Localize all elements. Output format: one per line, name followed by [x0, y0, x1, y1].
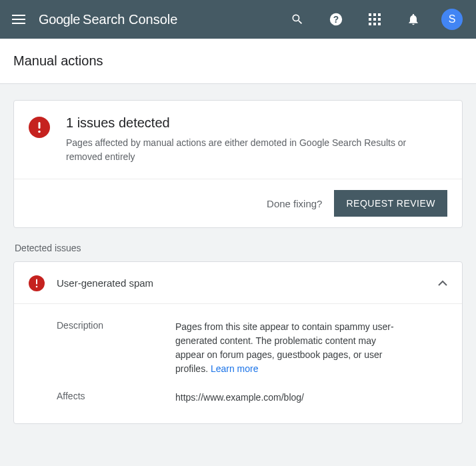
hamburger-menu-icon[interactable] [11, 11, 27, 27]
page-title: Manual actions [0, 39, 476, 84]
description-label: Description [57, 320, 175, 376]
svg-rect-9 [373, 23, 376, 25]
affects-value: https://www.example.com/blog/ [175, 391, 304, 405]
issue-body: Description Pages from this site appear … [14, 304, 462, 423]
logo-product-text: Search Console [83, 12, 177, 27]
learn-more-link[interactable]: Learn more [211, 363, 259, 374]
svg-rect-7 [378, 18, 381, 21]
done-fixing-label: Done fixing? [267, 198, 322, 209]
alert-icon [29, 275, 45, 291]
app-header: Google Search Console ? S [0, 0, 476, 39]
avatar-initial: S [441, 9, 463, 30]
svg-point-12 [38, 131, 41, 133]
svg-text:?: ? [333, 15, 339, 25]
summary-description: Pages affected by manual actions are eit… [66, 136, 426, 164]
issue-title: User-generated spam [57, 277, 153, 289]
notifications-icon[interactable] [400, 6, 427, 33]
issue-header-row[interactable]: User-generated spam [14, 262, 462, 304]
detected-issues-label: Detected issues [15, 243, 463, 253]
request-review-button[interactable]: REQUEST REVIEW [334, 190, 447, 217]
svg-rect-8 [369, 23, 371, 25]
issue-affects-row: Affects https://www.example.com/blog/ [57, 391, 447, 405]
apps-grid-icon[interactable] [361, 6, 388, 33]
issue-card: User-generated spam Description Pages fr… [13, 261, 463, 424]
svg-rect-6 [373, 18, 376, 21]
svg-rect-10 [378, 23, 381, 25]
account-avatar[interactable]: S [439, 6, 465, 33]
summary-top: 1 issues detected Pages affected by manu… [14, 101, 462, 179]
alert-icon [29, 117, 50, 138]
svg-rect-5 [369, 18, 371, 21]
logo-google-text: Google [39, 12, 80, 27]
svg-rect-3 [373, 13, 376, 16]
summary-actions: Done fixing? REQUEST REVIEW [14, 179, 462, 227]
svg-point-14 [36, 286, 38, 288]
summary-title: 1 issues detected [66, 115, 426, 131]
main-content: 1 issues detected Pages affected by manu… [0, 84, 476, 440]
description-value: Pages from this site appear to contain s… [175, 320, 402, 376]
chevron-up-icon[interactable] [438, 280, 447, 286]
issue-description-row: Description Pages from this site appear … [57, 320, 447, 376]
svg-rect-4 [378, 13, 381, 16]
search-icon[interactable] [284, 6, 311, 33]
affects-label: Affects [57, 391, 175, 405]
svg-rect-2 [369, 13, 371, 16]
summary-card: 1 issues detected Pages affected by manu… [13, 100, 463, 228]
svg-rect-13 [36, 279, 37, 285]
product-logo[interactable]: Google Search Console [39, 12, 177, 27]
svg-rect-11 [39, 122, 41, 129]
help-icon[interactable]: ? [323, 6, 349, 33]
description-text: Pages from this site appear to contain s… [175, 321, 394, 374]
